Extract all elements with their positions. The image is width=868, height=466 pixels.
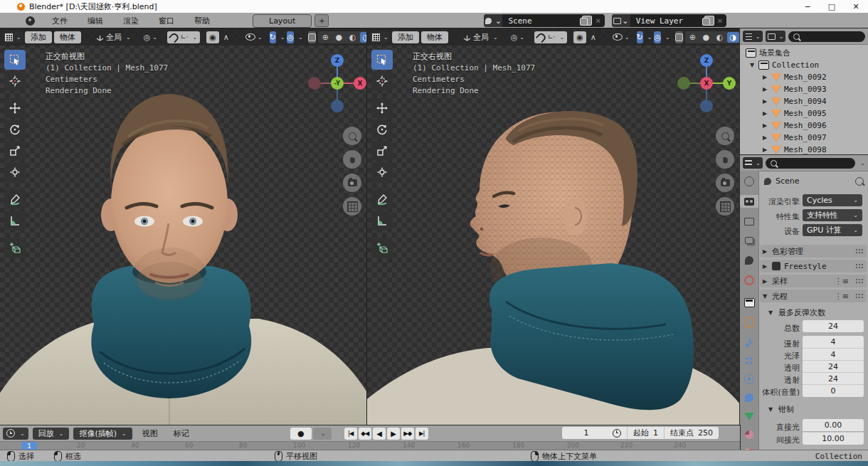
gizmos-toggle[interactable]: ↻ <box>637 31 643 43</box>
mesh-row[interactable]: ▶ Mesh_0094 <box>763 95 827 107</box>
tool-transform[interactable] <box>371 162 393 182</box>
tool-cursor[interactable] <box>4 71 26 91</box>
tool-select-box[interactable] <box>371 50 393 70</box>
collection-row[interactable]: ▼ Collection <box>750 59 819 71</box>
expand-icon[interactable]: ▶ <box>763 110 768 117</box>
section-light-paths[interactable]: ▼光程⋮≡ <box>760 290 867 302</box>
tab-render[interactable] <box>740 195 758 208</box>
editor-type-button[interactable]: ⌄ <box>3 31 23 43</box>
navigation-gizmo[interactable]: Z Y X <box>674 51 739 115</box>
mesh-row[interactable]: ▶ Mesh_0095 <box>763 107 827 120</box>
tool-rotate[interactable] <box>4 120 26 139</box>
engine-dropdown[interactable]: Cycles⌄ <box>803 194 862 206</box>
end-frame-field[interactable]: 结束点 250 <box>664 427 719 439</box>
maximize-button[interactable]: □ <box>820 0 844 13</box>
bounce-glossy-field[interactable]: 4 <box>803 348 864 361</box>
shading-wireframe-button[interactable]: ⊕ <box>319 32 332 43</box>
mesh-row[interactable]: ▶ Mesh_0092 <box>763 71 827 83</box>
perspective-toggle-button[interactable] <box>716 197 734 216</box>
editor-type-button[interactable]: ⌄ <box>370 31 390 43</box>
gizmos-toggle[interactable]: ↻ <box>270 31 276 43</box>
bounce-diffuse-field[interactable]: 4 <box>803 336 864 348</box>
gizmo-z-axis[interactable]: Z <box>331 54 344 67</box>
viewport-front[interactable]: ⌄ 添加 物体 全局⌄ ◎⌄ ∟· ⌄ ◉ ∧ ⌄ ↻⌄ ◎⌄ ⊕ ● ◐ <box>0 28 367 425</box>
add-workspace-button[interactable]: + <box>314 14 329 27</box>
tab-physics[interactable] <box>743 373 756 386</box>
bounce-transparent-field[interactable]: 24 <box>803 360 864 373</box>
filter-dropdown[interactable]: ⌄ <box>860 160 865 166</box>
pan-button[interactable] <box>716 150 734 169</box>
menu-help[interactable]: 帮助 <box>184 13 220 28</box>
shading-solid-button[interactable]: ● <box>700 32 712 43</box>
remove-view-layer-icon[interactable]: ✕ <box>717 17 723 25</box>
play-button[interactable]: ▶ <box>387 428 400 440</box>
section-freestyle[interactable]: ▶ Freestyle <box>760 260 867 272</box>
tool-move[interactable] <box>371 98 393 118</box>
current-frame-field[interactable]: 1 <box>562 427 610 439</box>
play-reverse-button[interactable]: ◀ <box>373 428 386 440</box>
pin-icon[interactable] <box>855 177 864 186</box>
keying-menu[interactable]: 抠像(插帧)⌄ <box>73 428 132 440</box>
bounce-transmission-field[interactable]: 24 <box>803 372 864 385</box>
use-preview-range-button[interactable] <box>607 427 627 439</box>
tool-select-box[interactable] <box>4 50 26 70</box>
gizmo-minus-z-axis[interactable] <box>700 100 713 112</box>
pan-button[interactable] <box>343 150 361 169</box>
new-view-layer-icon[interactable] <box>704 16 714 26</box>
tool-transform[interactable] <box>4 162 26 182</box>
mesh-row[interactable]: ▶ Mesh_0097 <box>763 132 827 144</box>
gizmo-minus-x-axis[interactable] <box>308 77 321 90</box>
view-layer-selector[interactable]: ⌄ View Layer ✕ <box>612 14 726 27</box>
tab-particles[interactable] <box>743 354 756 367</box>
tool-cursor[interactable] <box>371 71 393 91</box>
tool-scale[interactable] <box>4 141 26 161</box>
view-menu[interactable]: 视图 <box>137 425 164 441</box>
markers-menu[interactable]: 标记 <box>168 425 195 441</box>
proportional-editing-button[interactable]: ◉ <box>573 31 586 43</box>
properties-editor-type-button[interactable]: ⌄ <box>743 157 763 169</box>
auto-key-dropdown[interactable]: ⌄ <box>313 428 332 440</box>
tool-add-cube[interactable] <box>4 238 26 258</box>
tool-annotate[interactable] <box>4 189 26 209</box>
menu-edit[interactable]: 编辑 <box>78 13 113 28</box>
jump-to-end-button[interactable]: ▶| <box>416 428 428 440</box>
expand-icon[interactable]: ▼ <box>750 62 756 68</box>
show-hide-filter-button[interactable]: ⌄ <box>610 33 632 41</box>
tab-output[interactable] <box>743 215 756 228</box>
proportional-falloff-button[interactable]: ∧ <box>221 33 231 42</box>
shading-material-button[interactable]: ◐ <box>346 32 359 43</box>
shading-rendered-button[interactable]: ◑ <box>727 32 739 43</box>
tab-material[interactable] <box>743 428 756 441</box>
pivot-point-button[interactable]: ◎⌄ <box>509 33 526 42</box>
device-dropdown[interactable]: GPU 计算⌄ <box>803 224 862 236</box>
clamp-indirect-field[interactable]: 10.00 <box>803 432 864 445</box>
tool-annotate[interactable] <box>371 189 393 209</box>
scene-collection-row[interactable]: 场景集合 <box>746 47 790 59</box>
next-keyframe-button[interactable]: ▶◆ <box>401 428 414 440</box>
perspective-toggle-button[interactable] <box>343 197 361 216</box>
expand-icon[interactable]: ▶ <box>763 86 768 92</box>
zoom-button[interactable] <box>343 127 361 145</box>
display-mode-button[interactable]: ⌄ <box>766 31 785 42</box>
tool-measure[interactable] <box>4 211 26 231</box>
transform-orientation[interactable]: 全局⌄ <box>93 32 134 43</box>
tool-add-cube[interactable] <box>371 238 393 258</box>
shading-rendered-button[interactable]: ◑ <box>360 32 367 43</box>
unlink-scene-icon[interactable]: ✕ <box>595 17 600 25</box>
featureset-dropdown[interactable]: 支持特性⌄ <box>803 209 862 221</box>
shading-wireframe-button[interactable]: ⊕ <box>687 32 699 43</box>
viewport-right[interactable]: ⌄ 添加 物体 全局⌄ ◎⌄ ∟· ⌄ ◉ ∧ ⌄ ↻⌄ ◎⌄ ⊕ ● ◐ <box>367 28 740 425</box>
tab-modifiers[interactable] <box>743 336 756 349</box>
navigation-gizmo[interactable]: Z X -Y <box>305 51 367 115</box>
tab-tool[interactable] <box>743 175 756 188</box>
pivot-point-button[interactable]: ◎⌄ <box>142 33 159 42</box>
auto-key-button[interactable]: ● <box>290 428 312 440</box>
close-button[interactable]: ✕ <box>844 0 868 13</box>
expand-icon[interactable]: ▶ <box>763 98 768 105</box>
add-menu[interactable]: 添加 <box>25 31 52 43</box>
shading-material-button[interactable]: ◐ <box>714 32 726 43</box>
gizmo-z-axis[interactable]: Z <box>700 54 713 67</box>
tab-scene[interactable] <box>743 254 756 267</box>
gizmo-minus-y-axis[interactable] <box>677 77 690 90</box>
menu-file[interactable]: 文件 <box>42 13 78 28</box>
